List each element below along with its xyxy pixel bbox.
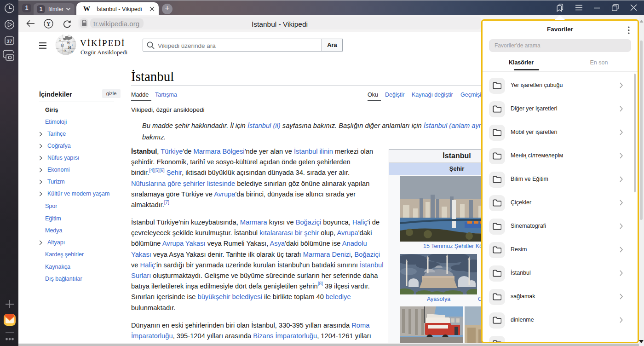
- svg-text:ד: ד: [71, 50, 73, 54]
- svg-text:Η: Η: [68, 45, 71, 50]
- svg-text:Y: Y: [46, 21, 51, 27]
- svg-text:Ω: Ω: [61, 43, 64, 47]
- svg-text:ω: ω: [59, 38, 61, 42]
- svg-text:ik: ik: [63, 48, 66, 52]
- svg-text:i: i: [72, 43, 73, 47]
- svg-text:W: W: [67, 41, 70, 45]
- svg-text:37: 37: [6, 39, 12, 44]
